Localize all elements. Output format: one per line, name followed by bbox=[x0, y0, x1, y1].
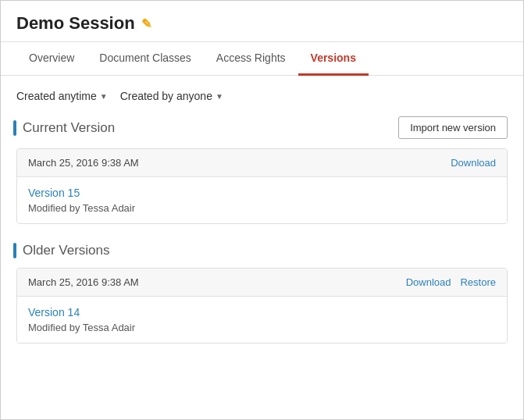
current-version-header: Current Version Import new version bbox=[16, 116, 508, 139]
older-version-number: Version 14 bbox=[28, 306, 496, 319]
tab-bar: Overview Document Classes Access Rights … bbox=[1, 42, 523, 76]
filters-bar: Created anytime ▼ Created by anyone ▼ bbox=[1, 76, 523, 116]
section-marker bbox=[13, 120, 16, 136]
current-version-title: Current Version bbox=[23, 120, 115, 136]
current-version-date: March 25, 2016 9:38 AM bbox=[28, 157, 139, 169]
tab-access-rights[interactable]: Access Rights bbox=[204, 42, 298, 76]
current-version-modified: Modified by Tessa Adair bbox=[28, 202, 496, 214]
page-title: Demo Session bbox=[16, 13, 135, 34]
current-version-section: Current Version Import new version March… bbox=[16, 116, 508, 224]
older-versions-title: Older Versions bbox=[23, 243, 110, 258]
page-content: Current Version Import new version March… bbox=[1, 116, 523, 378]
older-section-marker bbox=[13, 243, 16, 258]
older-version-download-button[interactable]: Download bbox=[406, 276, 451, 288]
tab-versions[interactable]: Versions bbox=[298, 42, 369, 76]
current-version-card-body: Version 15 Modified by Tessa Adair bbox=[17, 177, 507, 223]
current-version-download-button[interactable]: Download bbox=[451, 157, 496, 169]
older-version-restore-button[interactable]: Restore bbox=[460, 276, 496, 288]
older-version-card-body: Version 14 Modified by Tessa Adair bbox=[17, 297, 507, 343]
current-version-card-header: March 25, 2016 9:38 AM Download bbox=[17, 149, 507, 177]
main-window: Demo Session ✎ Overview Document Classes… bbox=[0, 0, 524, 420]
older-version-actions: Download Restore bbox=[406, 276, 496, 288]
older-version-card-header: March 25, 2016 9:38 AM Download Restore bbox=[17, 269, 507, 297]
current-version-actions: Download bbox=[451, 157, 496, 169]
chevron-down-icon: ▼ bbox=[100, 92, 108, 101]
edit-icon[interactable]: ✎ bbox=[141, 16, 151, 31]
tab-document-classes[interactable]: Document Classes bbox=[87, 42, 204, 76]
tab-overview[interactable]: Overview bbox=[16, 42, 87, 76]
current-version-card: March 25, 2016 9:38 AM Download Version … bbox=[16, 148, 508, 224]
older-section-title-wrapper: Older Versions bbox=[20, 243, 110, 258]
section-title-wrapper: Current Version bbox=[20, 120, 115, 136]
older-versions-header: Older Versions bbox=[16, 243, 508, 258]
older-version-date: March 25, 2016 9:38 AM bbox=[28, 276, 139, 288]
title-bar: Demo Session ✎ bbox=[1, 1, 523, 42]
older-version-modified: Modified by Tessa Adair bbox=[28, 322, 496, 333]
older-version-card: March 25, 2016 9:38 AM Download Restore … bbox=[16, 268, 508, 343]
chevron-down-icon: ▼ bbox=[216, 92, 223, 101]
created-anytime-filter[interactable]: Created anytime ▼ bbox=[16, 87, 108, 105]
current-version-number: Version 15 bbox=[28, 187, 496, 199]
import-new-version-button[interactable]: Import new version bbox=[398, 116, 508, 139]
created-by-anyone-filter[interactable]: Created by anyone ▼ bbox=[120, 87, 223, 105]
older-versions-section: Older Versions March 25, 2016 9:38 AM Do… bbox=[16, 243, 508, 343]
